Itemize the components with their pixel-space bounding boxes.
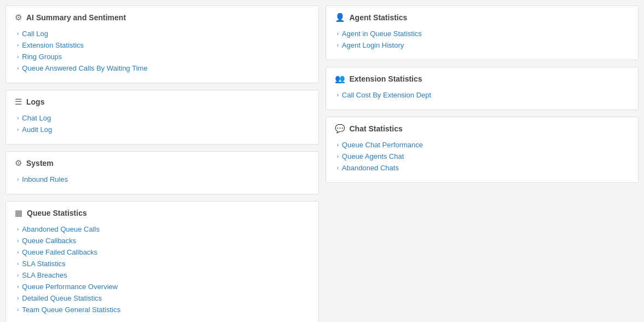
section-ai-summary: ⚙AI Summary and Sentiment›Call Log›Exten…	[5, 5, 319, 83]
menu-item-label: Agent Login History	[342, 41, 404, 49]
chevron-icon: ›	[337, 153, 339, 159]
menu-item[interactable]: ›Extension Statistics	[15, 39, 310, 51]
section-title-system: System	[26, 159, 54, 168]
section-header-extension-statistics: 👥Extension Statistics	[335, 74, 630, 84]
section-title-ai-summary: AI Summary and Sentiment	[26, 13, 126, 22]
logs-icon: ☰	[15, 97, 22, 107]
section-header-chat-statistics: 💬Chat Statistics	[335, 124, 630, 134]
menu-item-label: Agent in Queue Statistics	[342, 30, 422, 38]
menu-item[interactable]: ›Inbound Rules	[15, 174, 310, 185]
section-title-chat-statistics: Chat Statistics	[350, 124, 403, 133]
section-agent-statistics: 👤Agent Statistics›Agent in Queue Statist…	[326, 5, 639, 60]
menu-item[interactable]: ›Audit Log	[15, 124, 310, 135]
menu-item-label: Abandoned Queue Calls	[22, 225, 100, 233]
section-queue-statistics: ▦Queue Statistics›Abandoned Queue Calls›…	[5, 201, 319, 322]
menu-item[interactable]: ›Queue Answered Calls By Waiting Time	[15, 62, 310, 74]
menu-item-label: Detailed Queue Statistics	[22, 294, 102, 302]
menu-item-label: Audit Log	[22, 125, 52, 134]
menu-item-label: Inbound Rules	[22, 175, 68, 183]
section-header-ai-summary: ⚙AI Summary and Sentiment	[15, 13, 310, 22]
chevron-icon: ›	[17, 54, 19, 60]
menu-item[interactable]: ›Queue Callbacks	[15, 235, 310, 246]
chevron-icon: ›	[17, 115, 19, 121]
menu-item-label: SLA Breaches	[22, 271, 67, 279]
menu-item[interactable]: ›Queue Failed Callbacks	[15, 246, 310, 258]
menu-item[interactable]: ›Team Queue General Statistics	[15, 304, 310, 315]
menu-item[interactable]: ›Agent Login History	[335, 39, 630, 51]
system-icon: ⚙	[15, 158, 22, 168]
chevron-icon: ›	[17, 176, 19, 182]
section-header-queue-statistics: ▦Queue Statistics	[15, 208, 310, 218]
section-header-logs: ☰Logs	[15, 97, 310, 107]
queue-statistics-icon: ▦	[15, 208, 22, 218]
chevron-icon: ›	[337, 42, 339, 48]
menu-item[interactable]: ›Chat Log	[15, 112, 310, 124]
menu-item-label: Abandoned Chats	[342, 164, 399, 172]
chevron-icon: ›	[337, 31, 339, 37]
menu-item[interactable]: ›Agent in Queue Statistics	[335, 28, 630, 39]
menu-item-label: Queue Callbacks	[22, 237, 76, 245]
menu-item-label: Team Queue General Statistics	[22, 306, 120, 314]
main-grid: ⚙AI Summary and Sentiment›Call Log›Exten…	[5, 5, 639, 322]
menu-item[interactable]: ›Queue Agents Chat	[335, 151, 630, 162]
chevron-icon: ›	[17, 249, 19, 255]
menu-item-label: SLA Statistics	[22, 260, 65, 268]
section-extension-statistics: 👥Extension Statistics›Call Cost By Exten…	[326, 67, 639, 110]
menu-item[interactable]: ›SLA Breaches	[15, 269, 310, 281]
chevron-icon: ›	[337, 165, 339, 171]
section-header-agent-statistics: 👤Agent Statistics	[335, 13, 630, 22]
section-header-system: ⚙System	[15, 158, 310, 168]
agent-statistics-icon: 👤	[335, 13, 345, 22]
right-column: 👤Agent Statistics›Agent in Queue Statist…	[326, 5, 639, 322]
section-title-logs: Logs	[26, 97, 44, 106]
menu-item[interactable]: ›SLA Statistics	[15, 258, 310, 269]
menu-item-label: Queue Performance Overview	[22, 283, 118, 291]
menu-item-label: Call Log	[22, 30, 48, 38]
menu-item[interactable]: ›Abandoned Chats	[335, 162, 630, 174]
menu-item[interactable]: ›Call Cost By Extension Dept	[335, 89, 630, 101]
menu-item-label: Chat Log	[22, 114, 51, 122]
menu-item-label: Queue Chat Performance	[342, 141, 423, 149]
chevron-icon: ›	[17, 238, 19, 244]
chevron-icon: ›	[17, 295, 19, 301]
section-chat-statistics: 💬Chat Statistics›Queue Chat Performance›…	[326, 117, 639, 183]
menu-item-label: Call Cost By Extension Dept	[342, 91, 431, 99]
section-title-queue-statistics: Queue Statistics	[27, 209, 87, 217]
menu-item[interactable]: ›Queue Chat Performance	[335, 139, 630, 151]
menu-item[interactable]: ›Detailed Queue Statistics	[15, 292, 310, 304]
chevron-icon: ›	[337, 92, 339, 98]
section-system: ⚙System›Inbound Rules	[5, 151, 319, 194]
section-title-agent-statistics: Agent Statistics	[350, 13, 408, 22]
section-title-extension-statistics: Extension Statistics	[350, 74, 422, 83]
extension-statistics-icon: 👥	[335, 74, 345, 84]
section-logs: ☰Logs›Chat Log›Audit Log	[5, 90, 319, 145]
menu-item-label: Extension Statistics	[22, 41, 84, 49]
chevron-icon: ›	[17, 127, 19, 133]
menu-item[interactable]: ›Call Log	[15, 28, 310, 39]
chevron-icon: ›	[17, 272, 19, 278]
menu-item[interactable]: ›Queue Performance Overview	[15, 281, 310, 292]
chevron-icon: ›	[17, 31, 19, 37]
chevron-icon: ›	[17, 65, 19, 71]
menu-item-label: Queue Agents Chat	[342, 152, 404, 160]
chevron-icon: ›	[17, 284, 19, 290]
chevron-icon: ›	[17, 226, 19, 232]
left-column: ⚙AI Summary and Sentiment›Call Log›Exten…	[5, 5, 319, 322]
menu-item[interactable]: ›Abandoned Queue Calls	[15, 223, 310, 235]
menu-item-label: Ring Groups	[22, 53, 62, 61]
ai-summary-icon: ⚙	[15, 13, 22, 22]
menu-item[interactable]: ›Ring Groups	[15, 51, 310, 62]
menu-item-label: Queue Answered Calls By Waiting Time	[22, 64, 147, 72]
chevron-icon: ›	[337, 142, 339, 148]
menu-item-label: Queue Failed Callbacks	[22, 248, 97, 256]
chevron-icon: ›	[17, 42, 19, 48]
chat-statistics-icon: 💬	[335, 124, 345, 134]
chevron-icon: ›	[17, 307, 19, 313]
chevron-icon: ›	[17, 261, 19, 267]
